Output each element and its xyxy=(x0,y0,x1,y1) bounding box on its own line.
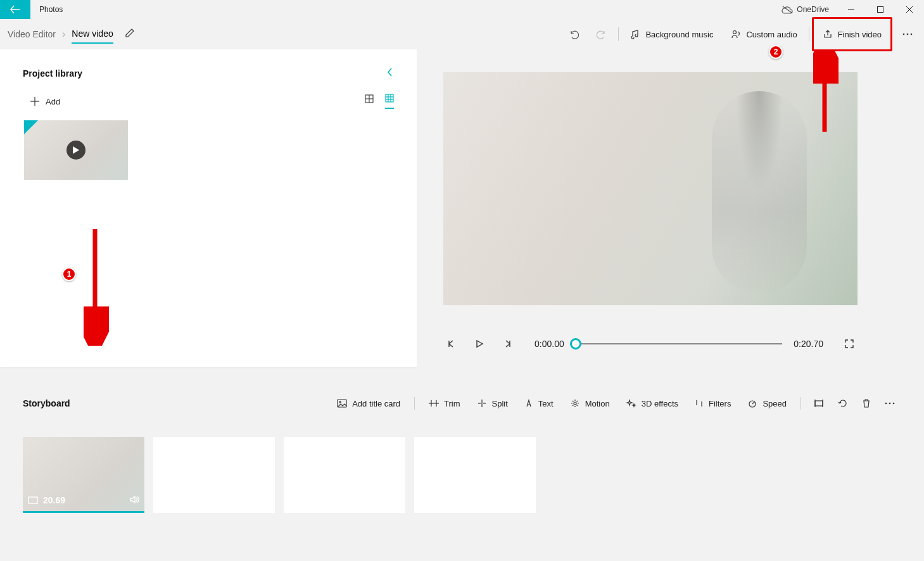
trim-button[interactable]: Trim xyxy=(421,393,468,414)
add-label: Add xyxy=(46,97,60,106)
custom-audio-button[interactable]: Custom audio xyxy=(722,19,806,49)
playback-controls: 0:00.00 0:20.70 xyxy=(443,336,858,352)
fullscreen-button[interactable] xyxy=(841,336,858,352)
audio-person-icon xyxy=(731,29,741,39)
storyboard-title: Storyboard xyxy=(23,398,70,408)
motion-button[interactable]: Motion xyxy=(562,393,617,414)
text-icon xyxy=(524,399,533,408)
previous-frame-button[interactable] xyxy=(443,336,460,352)
custom-audio-label: Custom audio xyxy=(746,30,797,39)
split-icon xyxy=(477,399,487,408)
finish-video-label: Finish video xyxy=(838,30,882,39)
add-media-button[interactable]: Add xyxy=(30,97,60,106)
back-button[interactable] xyxy=(0,0,30,19)
svg-point-27 xyxy=(574,402,576,405)
filters-button[interactable]: Filters xyxy=(687,393,738,414)
seek-handle[interactable] xyxy=(570,338,581,350)
more-menu-button[interactable] xyxy=(896,19,919,49)
title-card-icon xyxy=(337,399,347,408)
onedrive-status[interactable]: OneDrive xyxy=(776,0,834,19)
3d-effects-button[interactable]: 3D effects xyxy=(619,393,686,414)
play-thumbnail-button[interactable] xyxy=(66,141,85,160)
undo-button[interactable] xyxy=(560,19,588,49)
video-preview[interactable] xyxy=(443,72,858,305)
collapse-library-button[interactable] xyxy=(386,67,394,80)
project-library-panel: Project library Add xyxy=(0,49,417,367)
add-title-card-button[interactable]: Add title card xyxy=(329,393,408,414)
breadcrumb-current[interactable]: New video xyxy=(72,25,113,44)
finish-video-highlight: Finish video xyxy=(812,17,892,51)
svg-point-20 xyxy=(339,401,341,403)
motion-icon xyxy=(570,399,580,408)
storyboard-clip[interactable]: 20.69 xyxy=(23,437,144,513)
preview-area: 0:00.00 0:20.70 xyxy=(443,72,858,352)
large-grid-button[interactable] xyxy=(365,94,374,108)
chevron-left-icon xyxy=(386,67,394,77)
svg-point-6 xyxy=(903,34,905,35)
background-music-label: Background music xyxy=(645,30,713,39)
svg-point-33 xyxy=(889,403,891,405)
aspect-icon xyxy=(28,496,38,504)
library-clip-thumbnail[interactable] xyxy=(24,120,128,180)
finish-video-button[interactable]: Finish video xyxy=(814,19,890,49)
play-button[interactable] xyxy=(471,336,488,352)
current-time: 0:00.00 xyxy=(535,339,564,349)
app-title: Photos xyxy=(39,5,63,14)
onedrive-label: OneDrive xyxy=(797,5,829,14)
svg-point-34 xyxy=(893,403,895,405)
svg-point-7 xyxy=(907,34,909,35)
storyboard-empty-slot[interactable] xyxy=(284,437,405,513)
rotate-icon xyxy=(838,399,848,408)
speed-icon xyxy=(747,399,757,408)
ellipsis-icon xyxy=(885,402,895,405)
close-button[interactable] xyxy=(895,0,924,19)
svg-rect-35 xyxy=(28,497,37,503)
maximize-button[interactable] xyxy=(866,0,895,19)
edit-name-button[interactable] xyxy=(125,28,135,41)
grid-view-toggle xyxy=(365,94,394,109)
trash-icon xyxy=(862,399,871,408)
header-bar: Video Editor › New video Background musi… xyxy=(0,19,924,49)
total-time: 0:20.70 xyxy=(794,339,823,349)
clips-row: 20.69 xyxy=(23,437,901,513)
plus-icon xyxy=(30,97,39,106)
volume-icon[interactable] xyxy=(129,495,139,507)
storyboard-toolbar: Add title card Trim Split Text Moti xyxy=(329,393,901,414)
export-icon xyxy=(823,29,833,39)
crop-button[interactable] xyxy=(807,393,830,414)
small-grid-button[interactable] xyxy=(385,94,394,109)
titlebar: Photos OneDrive xyxy=(0,0,924,19)
chevron-right-icon: › xyxy=(62,28,65,40)
crop-icon xyxy=(814,399,824,408)
rotate-button[interactable] xyxy=(832,393,854,414)
minimize-button[interactable] xyxy=(837,0,866,19)
background-music-button[interactable]: Background music xyxy=(621,19,722,49)
storyboard-panel: Storyboard Add title card Trim Split xyxy=(0,381,924,561)
text-button[interactable]: Text xyxy=(517,393,561,414)
clip-duration: 20.69 xyxy=(43,495,65,505)
sparkle-icon xyxy=(626,399,636,408)
split-button[interactable]: Split xyxy=(469,393,516,414)
storyboard-more-button[interactable] xyxy=(878,393,901,414)
used-indicator-icon xyxy=(24,120,38,134)
svg-rect-14 xyxy=(386,94,393,102)
delete-clip-button[interactable] xyxy=(856,393,877,414)
music-icon xyxy=(630,29,640,39)
breadcrumb: Video Editor › New video xyxy=(8,25,113,44)
cloud-off-icon xyxy=(782,5,793,14)
seek-slider[interactable] xyxy=(576,337,783,350)
storyboard-empty-slot[interactable] xyxy=(153,437,275,513)
next-frame-button[interactable] xyxy=(499,336,516,352)
storyboard-empty-slot[interactable] xyxy=(414,437,536,513)
svg-point-32 xyxy=(885,403,887,405)
breadcrumb-root[interactable]: Video Editor xyxy=(8,25,56,43)
speed-button[interactable]: Speed xyxy=(740,393,794,414)
project-library-title: Project library xyxy=(23,68,82,79)
svg-point-8 xyxy=(911,34,913,35)
ellipsis-icon xyxy=(902,33,913,35)
svg-rect-29 xyxy=(815,401,823,406)
trim-icon xyxy=(429,399,439,408)
svg-rect-2 xyxy=(878,7,883,13)
main-area: Project library Add xyxy=(0,49,924,561)
redo-button[interactable] xyxy=(588,19,616,49)
